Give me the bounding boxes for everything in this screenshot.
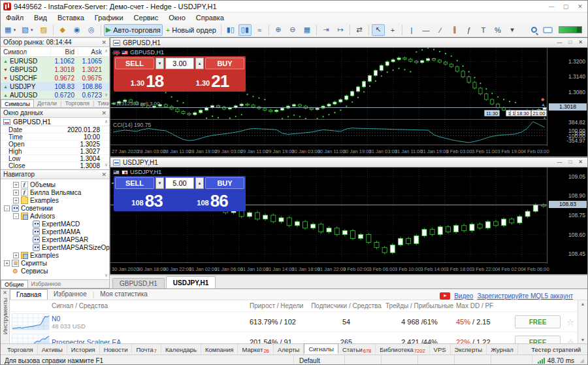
- tree-item-expert-mapsar[interactable]: ExpertMAPSAR: [1, 235, 109, 243]
- signal-name-link[interactable]: N0: [52, 315, 250, 322]
- candle-chart-button[interactable]: ▯▮: [238, 24, 252, 36]
- volume-down-button[interactable]: ▼: [155, 58, 164, 69]
- buy-button[interactable]: BUY: [205, 58, 244, 69]
- scroll-down-icon[interactable]: ∨: [105, 273, 108, 278]
- minimize-button[interactable]: —: [544, 1, 559, 12]
- maximize-icon[interactable]: □: [568, 38, 572, 47]
- auto-scroll-button[interactable]: ↦: [334, 24, 347, 36]
- sell-button[interactable]: SELL: [115, 177, 154, 189]
- chart-window-titlebar[interactable]: USDJPY,H1 — □ ✕: [110, 158, 588, 167]
- text-label-button[interactable]: T: [477, 24, 490, 36]
- favorite-star-icon[interactable]: ☆: [563, 338, 578, 344]
- cursor-button[interactable]: ↖: [372, 24, 385, 36]
- menu-help[interactable]: Справка: [191, 12, 229, 23]
- equidistant-channel-button[interactable]: ∥: [448, 24, 461, 36]
- bottom-tab-торговля[interactable]: Торговля: [3, 344, 38, 355]
- zoom-out-button[interactable]: ⊖: [286, 24, 299, 36]
- arrows-button[interactable]: %: [491, 24, 504, 36]
- chat-icon[interactable]: [543, 27, 553, 33]
- bottom-tab-история[interactable]: История: [67, 344, 100, 355]
- bottom-tab-эксперты[interactable]: Эксперты: [451, 344, 487, 355]
- close-icon[interactable]: ✕: [3, 290, 7, 296]
- menu-insert[interactable]: Вставка: [52, 12, 90, 23]
- bottom-tab-vps[interactable]: VPS: [430, 344, 451, 355]
- line-chart-button[interactable]: ≈: [253, 24, 266, 36]
- signal-name-link[interactable]: Prospector Scalper EA: [52, 338, 250, 343]
- bottom-tab-статьи[interactable]: Статьи678: [338, 344, 376, 355]
- new-chart-button[interactable]: ▦▼: [3, 24, 18, 36]
- volume-down-button[interactable]: ▼: [155, 177, 164, 189]
- new-order-button[interactable]: +Новый ордер: [164, 24, 218, 36]
- sell-price[interactable]: 10883: [115, 190, 179, 210]
- tab-trading[interactable]: Торговля: [61, 99, 93, 107]
- chart-tab-usdjpy[interactable]: USDJPY,H1: [166, 276, 216, 288]
- titlebar[interactable]: 9449562 - InstaForex-Server: Демо-счет -…: [1, 1, 587, 12]
- youtube-icon[interactable]: [440, 292, 450, 300]
- menu-tools[interactable]: Сервис: [129, 12, 164, 23]
- signal-row[interactable]: N048 033 USD 613.79% / 102 54 4 968 /61%…: [10, 312, 578, 332]
- market-watch-row-selected[interactable]: ▲USDJPY 108.83108.86: [1, 82, 109, 91]
- free-button[interactable]: FREE: [515, 315, 561, 328]
- scroll-up-icon[interactable]: ∧: [105, 48, 108, 54]
- tree-item-expert-macd[interactable]: ExpertMACD: [1, 220, 109, 228]
- price-chart-gbpusd[interactable]: GBPUSD,H1 SELL ▼ ▲ BUY 1.3018 1.3021: [110, 48, 547, 120]
- chart-tab-gbpusd[interactable]: GBPUSD,H1: [112, 278, 165, 288]
- tab-favorites[interactable]: Избранное: [28, 280, 65, 288]
- community-button[interactable]: ◉: [71, 24, 84, 36]
- volume-up-button[interactable]: ▲: [195, 58, 204, 69]
- vertical-line-button[interactable]: |: [405, 24, 418, 36]
- tab-signals-favorites[interactable]: Избранное: [48, 289, 93, 300]
- signal-row[interactable]: Prospector Scalper EA 201.54% / 91 265 2…: [10, 332, 578, 343]
- tree-item-bill-williams[interactable]: +Билла Вильямса: [1, 188, 109, 196]
- price-chart-usdjpy[interactable]: USDJPY,H1 SELL ▼ ▲ BUY 10883 10886: [110, 167, 547, 263]
- bottom-tab-компания[interactable]: Компания: [201, 344, 238, 355]
- objects-dropdown-button[interactable]: ▾: [506, 24, 519, 36]
- close-icon[interactable]: ✕: [101, 110, 106, 116]
- market-watch-row[interactable]: ▲EURUSD 1.10621.1065: [1, 57, 109, 65]
- autotrading-button[interactable]: ▶Авто-торговля: [104, 24, 163, 36]
- scroll-down-icon[interactable]: ∨: [105, 162, 108, 167]
- buy-price[interactable]: 10886: [180, 190, 244, 210]
- zoom-in-button[interactable]: ⊕: [272, 24, 285, 36]
- toolbox-scrollbar[interactable]: ▲▼: [578, 300, 587, 343]
- fibonacci-button[interactable]: ƒ: [463, 24, 476, 36]
- search-icon[interactable]: [531, 27, 537, 33]
- bottom-tab-активы[interactable]: Активы: [38, 344, 67, 355]
- tree-item-scripts[interactable]: +Скрипты: [1, 259, 109, 267]
- scroll-down-icon[interactable]: ∨: [105, 92, 108, 97]
- tree-item-services[interactable]: ⚙Сервисы: [1, 267, 109, 275]
- minimize-icon[interactable]: —: [557, 38, 562, 47]
- bottom-tab-библиотека[interactable]: Библиотека7202: [376, 344, 429, 355]
- tree-item-examples[interactable]: +Examples: [1, 196, 109, 204]
- profiles-button[interactable]: ▧▼: [20, 24, 35, 36]
- bottom-tab-журнал[interactable]: Журнал: [487, 344, 518, 355]
- tree-item-expert-mama[interactable]: ExpertMAMA: [1, 228, 109, 235]
- profile-cell[interactable]: Default: [293, 355, 344, 365]
- sell-button[interactable]: SELL: [115, 58, 154, 69]
- cci-indicator-pane[interactable]: CCI(14) 190.75: [110, 120, 547, 145]
- bottom-tab-календарь[interactable]: Календарь: [161, 344, 201, 355]
- bottom-tab-маркет[interactable]: Маркет26: [238, 344, 274, 355]
- close-icon[interactable]: ✕: [578, 158, 583, 167]
- minimize-icon[interactable]: —: [557, 158, 562, 167]
- crosshair-button[interactable]: +: [386, 24, 399, 36]
- tile-windows-button[interactable]: ▦: [301, 24, 314, 36]
- scroll-up-icon[interactable]: ∧: [105, 119, 108, 124]
- tab-symbols[interactable]: Символы: [1, 99, 34, 107]
- favorite-star-icon[interactable]: ☆: [563, 317, 578, 327]
- maximize-icon[interactable]: □: [568, 158, 572, 167]
- tree-item-advisors[interactable]: -Advisors: [1, 212, 109, 220]
- tree-item-advisors-root[interactable]: -Советники: [1, 204, 109, 212]
- buy-button[interactable]: BUY: [205, 177, 244, 189]
- resize-grip[interactable]: ◢: [580, 357, 587, 364]
- menu-view[interactable]: Вид: [29, 12, 52, 23]
- close-icon[interactable]: ✕: [101, 171, 106, 178]
- close-icon[interactable]: ✕: [578, 38, 583, 47]
- menu-file[interactable]: Файл: [1, 12, 29, 23]
- trend-line-button[interactable]: ∕: [434, 24, 447, 36]
- deposit-button[interactable]: ◆: [56, 24, 69, 36]
- tab-ticks[interactable]: Тики: [94, 99, 109, 107]
- volume-input[interactable]: [165, 177, 194, 189]
- bottom-tab-почта[interactable]: Почта7: [132, 344, 161, 355]
- bottom-tab-алерты[interactable]: Алерты: [274, 344, 304, 355]
